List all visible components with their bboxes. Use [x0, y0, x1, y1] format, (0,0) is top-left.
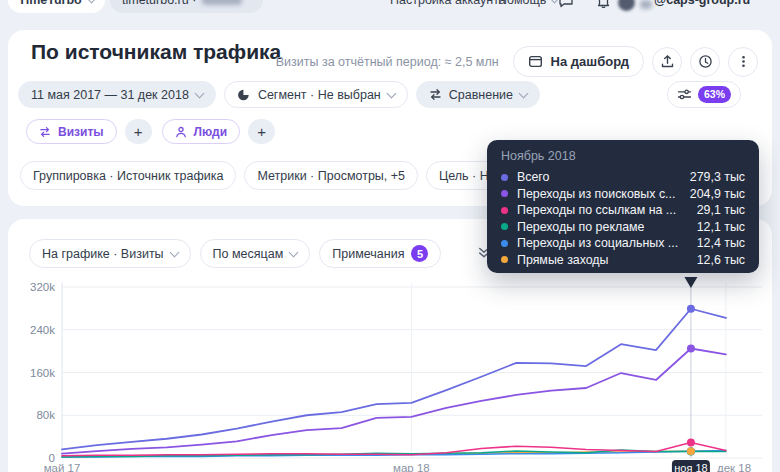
tab-visits[interactable]: Визиты — [26, 119, 117, 144]
chevron-down-icon — [386, 88, 396, 98]
chart-controls-row: На графике · Визиты По месяцам Примечани… — [29, 239, 441, 268]
series-value: 12,4 тыс — [697, 236, 745, 250]
svg-text:160k: 160k — [30, 367, 55, 379]
add-people-metric-button[interactable]: + — [248, 119, 275, 144]
tab-people[interactable]: Люди — [162, 119, 241, 144]
header-actions: Визиты за отчётный период: ≈ 2,5 млн На … — [276, 46, 758, 77]
visits-icon — [39, 126, 51, 138]
svg-text:дек 18: дек 18 — [717, 462, 751, 472]
chevron-down-icon — [86, 0, 96, 3]
more-menu-button[interactable] — [728, 47, 758, 77]
page-title: По источникам трафика — [31, 40, 281, 64]
series-value: 12,6 тыс — [697, 253, 745, 267]
series-label: Переходы по рекламе — [517, 220, 689, 234]
tooltip-row: Переходы по рекламе 12,1 тыс — [501, 219, 745, 236]
pie-segment-icon — [237, 88, 251, 102]
tooltip-row: Переходы из поисковых с... 204,9 тыс — [501, 186, 745, 203]
series-value: 279,3 тыс — [690, 170, 745, 184]
kebab-icon — [736, 54, 751, 69]
sliders-icon — [677, 87, 692, 102]
compare-label: Сравнение — [449, 88, 513, 102]
counter-id-redacted — [202, 0, 242, 5]
chevron-down-icon — [169, 247, 179, 257]
series-dot-total — [501, 174, 508, 181]
account-email[interactable]: @caps-group.ru — [654, 0, 750, 7]
tab-people-label: Люди — [194, 125, 228, 139]
notes-label: Примечания — [332, 247, 404, 261]
sampling-settings[interactable]: 63% — [667, 81, 741, 108]
svg-text:240k: 240k — [30, 324, 55, 336]
avatar[interactable] — [618, 0, 635, 11]
svg-text:май 17: май 17 — [44, 462, 81, 472]
on-chart-selector[interactable]: На графике · Визиты — [29, 239, 191, 268]
counter-domain: timeturbo.ru · — [122, 0, 196, 7]
svg-text:320k: 320k — [30, 281, 55, 293]
segment-label: Сегмент · Не выбран — [258, 88, 381, 102]
metrics-label: Метрики · Просмотры, +5 — [257, 169, 405, 183]
series-label: Всего — [517, 170, 682, 184]
metric-tabs-row: Визиты + Люди + — [26, 119, 275, 144]
series-dot-social — [501, 240, 508, 247]
sampling-badge: 63% — [698, 86, 731, 103]
grouping-chip[interactable]: Группировка · Источник трафика — [20, 161, 236, 190]
tooltip-row: Переходы из социальных ... 12,4 тыс — [501, 235, 745, 252]
svg-text:80k: 80k — [36, 409, 55, 421]
date-range-picker[interactable]: 11 мая 2017 — 31 дек 2018 — [18, 81, 216, 108]
metrics-chip[interactable]: Метрики · Просмотры, +5 — [244, 161, 418, 190]
topbar: TimeTurbo timeturbo.ru · Настройка аккау… — [0, 0, 780, 16]
series-dot-links — [501, 207, 508, 214]
export-button[interactable] — [652, 47, 682, 77]
to-dashboard-label: На дашборд — [551, 54, 629, 69]
traffic-line-chart[interactable]: 320k240k160k80k0май 17мар 18ноя 18дек 18 — [0, 275, 780, 472]
series-dot-direct — [501, 256, 508, 263]
series-value: 204,9 тыс — [690, 187, 745, 201]
chevron-down-icon — [194, 88, 204, 98]
dashboard-icon — [528, 54, 543, 69]
on-chart-label: На графике · Визиты — [42, 247, 164, 261]
series-value: 29,1 тыс — [697, 203, 745, 217]
tooltip-row: Прямые заходы 12,6 тыс — [501, 252, 745, 269]
grouping-label: Группировка · Источник трафика — [33, 169, 223, 183]
series-label: Переходы из социальных ... — [517, 236, 689, 250]
chevron-down-icon — [289, 247, 299, 257]
help-menu[interactable]: Помощь — [498, 0, 558, 7]
series-value: 12,1 тыс — [697, 220, 745, 234]
filters-row: 11 мая 2017 — 31 дек 2018 Сегмент · Не в… — [18, 81, 540, 108]
series-dot-search — [501, 190, 508, 197]
counter-switcher-pill[interactable]: TimeTurbo — [8, 0, 105, 13]
segment-selector[interactable]: Сегмент · Не выбран — [224, 81, 408, 108]
series-label: Переходы из поисковых с... — [517, 187, 682, 201]
compare-selector[interactable]: Сравнение — [416, 81, 540, 108]
date-range-label: 11 мая 2017 — 31 дек 2018 — [31, 88, 189, 102]
series-label: Переходы по ссылкам на ... — [517, 203, 689, 217]
app-name: TimeTurbo — [18, 0, 81, 7]
help-label: Помощь — [498, 0, 546, 7]
svg-text:ноя 18: ноя 18 — [674, 462, 707, 472]
chevron-down-icon — [519, 88, 529, 98]
chart-tooltip: Ноябрь 2018 Всего 279,3 тыс Переходы из … — [487, 140, 759, 273]
tooltip-title: Ноябрь 2018 — [501, 148, 745, 164]
notes-count-badge: 5 — [411, 245, 428, 262]
counter-domain-pill[interactable]: timeturbo.ru · — [110, 0, 263, 13]
series-label: Прямые заходы — [517, 253, 689, 267]
notes-toggle[interactable]: Примечания 5 — [319, 239, 441, 268]
bell-icon[interactable] — [596, 0, 611, 8]
series-dot-ads — [501, 223, 508, 230]
tooltip-row: Переходы по ссылкам на ... 29,1 тыс — [501, 202, 745, 219]
tab-visits-label: Визиты — [58, 125, 104, 139]
email-username-redacted — [640, 0, 652, 9]
chat-icon[interactable] — [558, 0, 574, 9]
svg-text:мар 18: мар 18 — [393, 462, 430, 472]
add-visits-metric-button[interactable]: + — [125, 119, 152, 144]
period-visits-note: Визиты за отчётный период: ≈ 2,5 млн — [276, 55, 499, 69]
to-dashboard-button[interactable]: На дашборд — [513, 46, 644, 77]
clock-icon — [698, 54, 713, 69]
granularity-label: По месяцам — [213, 247, 284, 261]
account-settings-link[interactable]: Настройка аккаунта — [390, 0, 506, 7]
tooltip-row: Всего 279,3 тыс — [501, 169, 745, 186]
granularity-selector[interactable]: По месяцам — [200, 239, 311, 268]
upload-icon — [660, 54, 675, 69]
history-button[interactable] — [690, 47, 720, 77]
person-icon — [175, 126, 187, 138]
compare-arrows-icon — [429, 88, 442, 101]
